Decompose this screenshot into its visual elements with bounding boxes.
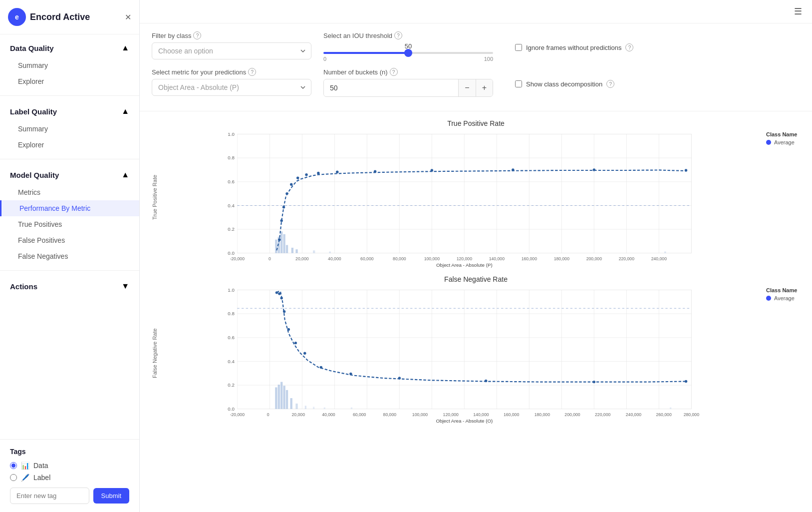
tag-radio-data[interactable]: 📊 Data [10,462,129,470]
controls-row-2: Select metric for your predictions ? Obj… [152,68,800,97]
label-emoji: 🖊️ [21,474,29,482]
svg-text:0.2: 0.2 [228,382,235,388]
svg-text:0.4: 0.4 [228,359,235,364]
svg-rect-26 [286,245,288,253]
filter-class-label: Filter by class ? [152,31,311,39]
tag-radio-group: 📊 Data 🖊️ Label [10,462,129,482]
close-button[interactable]: ✕ [125,12,131,22]
svg-text:240,000: 240,000 [651,256,667,261]
tag-input[interactable] [10,488,89,504]
svg-rect-27 [291,248,293,253]
decomposition-checkbox[interactable] [515,80,522,87]
svg-rect-24 [280,231,282,253]
iou-threshold-label: Select an IOU threshold ? [323,31,493,39]
svg-rect-93 [290,398,292,409]
svg-point-35 [285,192,288,195]
top-bar: ☰ [140,0,812,23]
svg-rect-98 [351,408,352,409]
nav-section-model-quality: Model Quality ▲ Metrics Performance By M… [0,161,139,268]
decomposition-label[interactable]: Show class decomposition ? [515,80,614,88]
nav-section-header-label-quality[interactable]: Label Quality ▲ [0,102,139,121]
svg-point-112 [685,380,687,383]
metric-select[interactable]: Object Area - Absolute (P) [152,79,311,96]
buckets-increment-button[interactable]: + [476,79,493,96]
svg-text:120,000: 120,000 [457,256,472,261]
svg-point-36 [290,183,292,185]
nav-section-header-actions[interactable]: Actions ▼ [0,277,139,296]
sidebar-item-mq-metrics[interactable]: Metrics [0,184,139,200]
sidebar-item-dq-summary[interactable]: Summary [0,57,139,73]
chart1-wrapper: True Positive Rate [152,131,800,263]
svg-text:20,000: 20,000 [295,256,309,261]
chart2-legend-title: Class Name [766,287,800,293]
svg-rect-94 [295,404,297,409]
svg-point-41 [374,170,376,172]
svg-rect-22 [275,240,277,253]
svg-text:80,000: 80,000 [393,256,406,261]
svg-rect-97 [324,408,325,409]
chart2-title: False Negative Rate [152,275,800,283]
sidebar-item-mq-false-positives[interactable]: False Positives [0,232,139,248]
buckets-label: Number of buckets (n) ? [323,68,493,76]
chevron-up-icon: ▲ [121,43,129,52]
filter-class-select[interactable]: Choose an option [152,42,311,59]
filter-class-help-icon[interactable]: ? [193,31,201,39]
chart1-average-dot [766,140,771,145]
sidebar-item-lq-explorer[interactable]: Explorer [0,137,139,153]
chart2-legend-average: Average [766,295,800,301]
chart-false-negative-rate: False Negative Rate False Negative Rate [152,275,800,419]
sidebar-item-lq-summary[interactable]: Summary [0,121,139,137]
chart2-y-label: False Negative Rate [152,287,158,419]
svg-point-109 [398,377,401,379]
iou-slider[interactable] [323,52,493,54]
svg-rect-28 [295,249,297,253]
svg-rect-99 [670,408,671,409]
svg-rect-89 [278,385,280,409]
data-emoji: 📊 [21,462,29,470]
chevron-down-icon-actions: ▼ [121,282,129,291]
svg-rect-92 [286,390,288,409]
ignore-frames-checkbox[interactable] [515,44,522,51]
chart1-x-title: Object Area - Absolute (P) [436,262,493,268]
tag-radio-label[interactable]: 🖊️ Label [10,474,129,482]
app-name: Encord Active [30,12,90,22]
iou-threshold-help-icon[interactable]: ? [394,31,402,39]
chart2-average-dot [766,296,771,301]
svg-text:100,000: 100,000 [412,412,428,417]
metric-help-icon[interactable]: ? [248,68,256,76]
ignore-frames-help-icon[interactable]: ? [625,43,633,51]
svg-point-45 [685,169,687,171]
svg-text:60,000: 60,000 [360,256,374,261]
svg-rect-31 [664,252,666,253]
sidebar-item-mq-performance[interactable]: Performance By Metric [0,200,139,216]
svg-text:100,000: 100,000 [424,256,440,261]
svg-point-44 [593,168,595,171]
nav-section-label-quality: Label Quality ▲ Summary Explorer [0,98,139,157]
logo-icon: e [8,8,26,26]
svg-text:260,000: 260,000 [656,412,671,417]
ignore-frames-label[interactable]: Ignore frames without predictions ? [515,43,633,51]
sidebar-item-mq-true-positives[interactable]: True Positives [0,216,139,232]
svg-text:160,000: 160,000 [504,412,519,417]
submit-button[interactable]: Submit [93,488,129,504]
svg-text:20,000: 20,000 [292,412,305,417]
sidebar-item-dq-explorer[interactable]: Explorer [0,73,139,89]
sidebar-header: e Encord Active ✕ [0,0,139,34]
decomposition-help-icon[interactable]: ? [606,80,614,88]
iou-slider-container: 50 0 100 [323,42,493,62]
svg-rect-90 [280,382,282,409]
buckets-help-icon[interactable]: ? [390,68,398,76]
svg-point-111 [593,381,595,383]
sidebar-item-mq-false-negatives[interactable]: False Negatives [0,248,139,264]
slider-range-labels: 0 100 [323,56,493,62]
tag-radio-data-input[interactable] [10,462,17,469]
svg-point-102 [280,297,282,299]
nav-section-header-data-quality[interactable]: Data Quality ▲ [0,38,139,57]
nav-section-header-model-quality[interactable]: Model Quality ▲ [0,165,139,184]
buckets-decrement-button[interactable]: − [458,79,475,96]
hamburger-icon[interactable]: ☰ [794,6,802,17]
tags-title: Tags [10,448,129,456]
svg-rect-29 [313,250,315,253]
buckets-value: 50 [324,80,458,96]
tag-radio-label-input[interactable] [10,474,17,481]
